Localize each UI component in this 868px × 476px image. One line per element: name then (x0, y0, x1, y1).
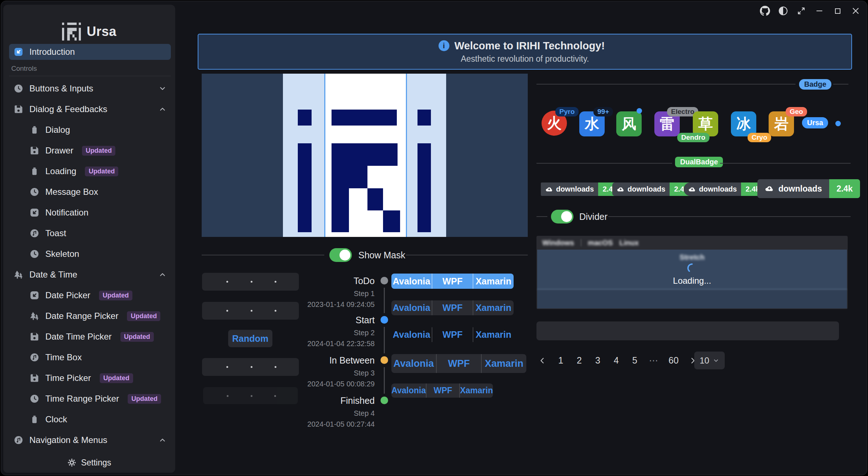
xamarin-button[interactable]: Xamarin (473, 274, 514, 289)
sidebar-item-dialog[interactable]: Dialog (9, 122, 171, 138)
divider-toggle[interactable] (551, 210, 573, 223)
show-mask-toggle[interactable] (329, 248, 352, 262)
sidebar-item-navigation-menus[interactable]: Navigation & Menus (9, 432, 171, 448)
downloads-badge: downloads 2.4k (684, 182, 764, 196)
downloads-label: downloads (699, 185, 737, 193)
wpf-button[interactable]: WPF (426, 383, 459, 398)
dot-badge (835, 121, 841, 126)
avalonia-button[interactable]: Avalonia (391, 327, 432, 342)
wpf-button[interactable]: WPF (432, 327, 473, 342)
sidebar-item-time-box[interactable]: Time Box (9, 349, 171, 365)
sidebar-item-loading[interactable]: Loading Updated (9, 163, 171, 179)
wpf-button[interactable]: WPF (432, 274, 473, 289)
time-box-input[interactable] (202, 358, 299, 376)
button-group-large: Avalonia WPF Xamarin (391, 354, 526, 373)
sidebar-item-date-picker[interactable]: Date Picker Updated (9, 287, 171, 303)
page-ellipsis[interactable]: ⋯ (649, 355, 659, 366)
xamarin-button[interactable]: Xamarin (459, 383, 493, 398)
cloud-download-icon (545, 185, 553, 193)
time-box-input[interactable] (202, 273, 299, 291)
chevron-down-icon (159, 85, 166, 93)
sidebar-item-skeleton[interactable]: Skeleton (9, 246, 171, 262)
clock-icon (29, 394, 40, 404)
downloads-count: 2.4k (829, 179, 860, 198)
divider-line (536, 163, 672, 164)
page-number[interactable]: 3 (593, 355, 602, 366)
avalonia-button[interactable]: Avalonia (391, 274, 432, 289)
xamarin-button[interactable]: Xamarin (481, 354, 526, 373)
chevron-up-icon (159, 436, 166, 444)
badge-99plus: 99+ (593, 107, 613, 116)
timeline-step-sub: Step 2 (291, 329, 375, 337)
xamarin-button[interactable]: Xamarin (473, 327, 514, 342)
sidebar-item-date-range-picker[interactable]: Date Range Picker Updated (9, 308, 171, 324)
avalonia-button[interactable]: Avalonia (391, 300, 432, 315)
sidebar-item-drawer[interactable]: Drawer Updated (9, 143, 171, 159)
wpf-button[interactable]: WPF (432, 300, 473, 315)
page-prev-button[interactable] (539, 357, 547, 365)
sidebar-item-introduction[interactable]: Introduction (9, 44, 171, 60)
page-number[interactable]: 4 (612, 355, 621, 366)
close-button[interactable] (850, 5, 861, 16)
page-number-last[interactable]: 60 (669, 355, 679, 366)
page-number[interactable]: 2 (575, 355, 584, 366)
window-controls (760, 5, 861, 16)
ursa-pill-badge: Ursa (802, 117, 828, 128)
expand-icon[interactable] (796, 5, 807, 16)
arrow-square-icon (29, 290, 40, 300)
github-icon[interactable] (760, 5, 770, 16)
page-size-select[interactable]: 10 (694, 352, 725, 369)
element-char: 水 (585, 114, 599, 134)
downloads-badge: downloads 2.4k (612, 182, 692, 196)
chevron-up-icon (159, 105, 166, 113)
content-lower-shade (537, 290, 847, 308)
timeline-step-sub: Step 3 (291, 369, 375, 377)
sidebar-item-label: Time Box (45, 352, 82, 362)
tab-content-label: Stretch (537, 253, 847, 262)
timeline-step-sub: Step 4 (291, 409, 375, 418)
pagination: 1 2 3 4 5 ⋯ 60 (539, 352, 696, 369)
sidebar-item-message-box[interactable]: Message Box (9, 184, 171, 200)
xamarin-button[interactable]: Xamarin (473, 300, 514, 315)
timeline-step-time: 2024-01-04 22:32:58 (291, 340, 375, 348)
theme-toggle-icon[interactable] (778, 5, 789, 16)
sidebar-item-buttons-inputs[interactable]: Buttons & Inputs (9, 81, 171, 97)
time-box-input[interactable] (202, 302, 299, 320)
page-number[interactable]: 5 (630, 355, 639, 366)
sidebar-item-toast[interactable]: Toast (9, 225, 171, 241)
minimize-button[interactable] (814, 5, 825, 16)
sidebar-item-time-range-picker[interactable]: Time Range Picker Updated (9, 391, 171, 407)
tab-windows[interactable]: Windows (542, 239, 574, 247)
banner-title: Welcome to IRIHI Technology! (454, 40, 605, 52)
clock-icon (29, 249, 40, 259)
tab-strip: Windows macOS Linux (536, 236, 848, 250)
sidebar-item-date-time[interactable]: Date & Time (9, 267, 171, 283)
updated-badge: Updated (85, 167, 118, 176)
random-button[interactable]: Random (228, 330, 272, 347)
maximize-button[interactable] (832, 5, 843, 16)
sidebar-item-notification[interactable]: Notification (9, 205, 171, 221)
settings-button[interactable]: Settings (3, 452, 175, 473)
loading-text: Loading... (673, 276, 711, 286)
tab-linux[interactable]: Linux (620, 239, 639, 247)
divider-line (406, 255, 528, 255)
sidebar-item-time-picker[interactable]: Time Picker Updated (9, 370, 171, 386)
spinner-icon (687, 263, 698, 274)
avalonia-button[interactable]: Avalonia (391, 354, 436, 373)
timeline-step: Finished Step 4 2024-01-05 00:27:44 (291, 395, 375, 428)
wpf-button[interactable]: WPF (436, 354, 481, 373)
divider-control: Divider (551, 210, 608, 223)
section-label: Controls (11, 65, 37, 73)
tab-macos[interactable]: macOS (588, 239, 613, 247)
button-group-small: Avalonia WPF Xamarin (391, 383, 493, 398)
avalonia-button[interactable]: Avalonia (391, 383, 426, 398)
sidebar-item-label: Toast (45, 228, 66, 238)
battery-icon (29, 414, 40, 424)
page-number[interactable]: 1 (556, 355, 565, 366)
sidebar-item-dialog-feedbacks[interactable]: Dialog & Feedbacks (9, 101, 171, 117)
sidebar-item-date-time-picker[interactable]: Date Time Picker Updated (9, 329, 171, 345)
sidebar-item-label: Message Box (45, 187, 98, 197)
divider-line (536, 216, 547, 217)
sidebar: Ursa Introduction Controls Buttons & Inp… (3, 5, 175, 473)
sidebar-item-clock[interactable]: Clock (9, 411, 171, 427)
